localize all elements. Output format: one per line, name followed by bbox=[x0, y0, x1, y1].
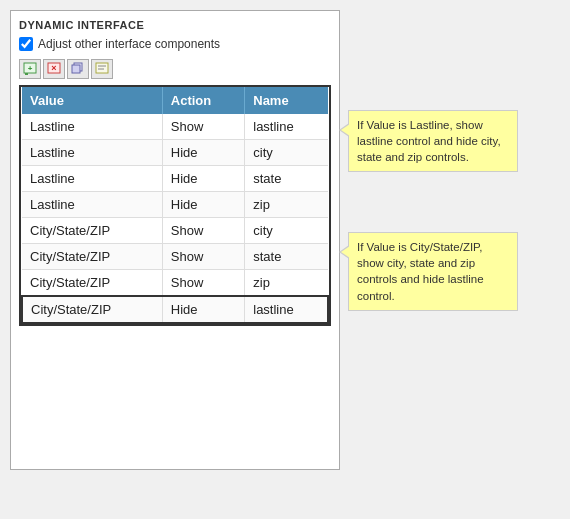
tooltip-2-text: If Value is City/State/ZIP, show city, s… bbox=[357, 241, 484, 301]
cell-value: Lastline bbox=[22, 166, 162, 192]
cell-value: City/State/ZIP bbox=[22, 270, 162, 297]
table-row[interactable]: LastlineHidecity bbox=[22, 140, 328, 166]
panel: DYNAMIC INTERFACE Adjust other interface… bbox=[10, 10, 340, 470]
col-header-value: Value bbox=[22, 87, 162, 114]
add-row-button[interactable]: + bbox=[19, 59, 41, 79]
col-header-name: Name bbox=[245, 87, 328, 114]
cell-name: state bbox=[245, 166, 328, 192]
panel-title: DYNAMIC INTERFACE bbox=[19, 19, 331, 31]
cell-value: City/State/ZIP bbox=[22, 244, 162, 270]
cell-action: Show bbox=[162, 114, 244, 140]
cell-action: Show bbox=[162, 270, 244, 297]
toolbar: + × bbox=[19, 59, 331, 79]
cell-name: state bbox=[245, 244, 328, 270]
checkbox-row: Adjust other interface components bbox=[19, 37, 331, 51]
cell-value: Lastline bbox=[22, 140, 162, 166]
cell-action: Hide bbox=[162, 296, 244, 323]
cell-action: Hide bbox=[162, 192, 244, 218]
cell-name: city bbox=[245, 140, 328, 166]
copy-row-button[interactable] bbox=[67, 59, 89, 79]
table-row[interactable]: LastlineHidestate bbox=[22, 166, 328, 192]
delete-row-button[interactable]: × bbox=[43, 59, 65, 79]
svg-rect-7 bbox=[96, 63, 108, 73]
table-row[interactable]: City/State/ZIPHidelastline bbox=[22, 296, 328, 323]
cell-value: Lastline bbox=[22, 192, 162, 218]
tooltip-2: If Value is City/State/ZIP, show city, s… bbox=[348, 232, 518, 310]
cell-name: zip bbox=[245, 192, 328, 218]
edit-row-button[interactable] bbox=[91, 59, 113, 79]
table-header-row: Value Action Name bbox=[22, 87, 328, 114]
adjust-checkbox[interactable] bbox=[19, 37, 33, 51]
svg-text:+: + bbox=[28, 64, 33, 73]
table-container: Value Action Name LastlineShowlastlineLa… bbox=[19, 85, 331, 326]
table-row[interactable]: LastlineHidezip bbox=[22, 192, 328, 218]
tooltip-1-text: If Value is Lastline, show lastline cont… bbox=[357, 119, 501, 163]
tooltip-1: If Value is Lastline, show lastline cont… bbox=[348, 110, 518, 172]
cell-value: City/State/ZIP bbox=[22, 218, 162, 244]
svg-text:×: × bbox=[51, 63, 56, 73]
cell-action: Show bbox=[162, 244, 244, 270]
data-table: Value Action Name LastlineShowlastlineLa… bbox=[21, 87, 329, 324]
svg-rect-2 bbox=[25, 73, 28, 75]
table-row[interactable]: LastlineShowlastline bbox=[22, 114, 328, 140]
cell-action: Hide bbox=[162, 140, 244, 166]
table-row[interactable]: City/State/ZIPShowzip bbox=[22, 270, 328, 297]
cell-name: city bbox=[245, 218, 328, 244]
cell-value: Lastline bbox=[22, 114, 162, 140]
cell-name: lastline bbox=[245, 114, 328, 140]
col-header-action: Action bbox=[162, 87, 244, 114]
tooltips-container: If Value is Lastline, show lastline cont… bbox=[348, 10, 518, 371]
cell-name: zip bbox=[245, 270, 328, 297]
cell-action: Hide bbox=[162, 166, 244, 192]
cell-value: City/State/ZIP bbox=[22, 296, 162, 323]
table-row[interactable]: City/State/ZIPShowstate bbox=[22, 244, 328, 270]
table-row[interactable]: City/State/ZIPShowcity bbox=[22, 218, 328, 244]
main-container: DYNAMIC INTERFACE Adjust other interface… bbox=[10, 10, 518, 470]
checkbox-label: Adjust other interface components bbox=[38, 37, 220, 51]
cell-name: lastline bbox=[245, 296, 328, 323]
cell-action: Show bbox=[162, 218, 244, 244]
svg-rect-6 bbox=[72, 65, 80, 73]
